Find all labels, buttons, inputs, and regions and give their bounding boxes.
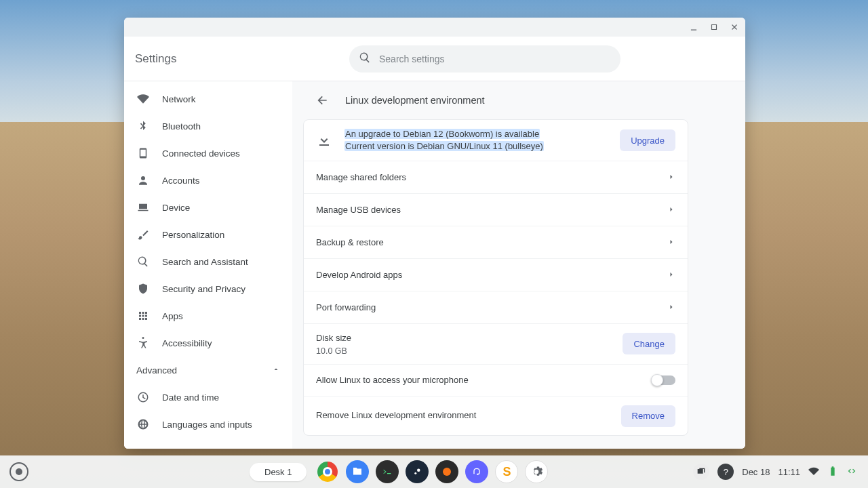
row-remove-linux: Remove Linux development environment Rem…	[304, 396, 688, 435]
sidebar-item-accounts[interactable]: Accounts	[124, 167, 292, 194]
sidebar-section-label: Advanced	[136, 365, 177, 375]
sidebar-item-label: Network	[162, 94, 196, 104]
tray-windows-icon[interactable]	[693, 464, 709, 480]
tray-wifi-icon[interactable]	[808, 466, 819, 479]
settings-app-icon[interactable]	[525, 460, 548, 483]
search-input[interactable]	[379, 54, 611, 64]
sidebar-item-label: Accessibility	[162, 338, 212, 348]
tray-help-icon[interactable]: ?	[717, 464, 734, 480]
disk-size-value: 10.0 GB	[316, 346, 351, 356]
page-title: Linux development environment	[345, 95, 485, 106]
tray-dev-icon[interactable]	[846, 466, 857, 479]
bluetooth-icon	[136, 119, 150, 133]
search-box[interactable]	[349, 45, 620, 73]
sidebar-item-label: Personalization	[162, 230, 224, 240]
steam-app-icon[interactable]	[406, 460, 429, 483]
clock-icon	[136, 390, 150, 404]
sidebar-item-label: Accounts	[162, 176, 200, 186]
person-icon	[136, 174, 150, 187]
chevron-up-icon	[272, 365, 280, 375]
upgrade-button[interactable]: Upgrade	[620, 129, 675, 151]
linux-settings-card: An upgrade to Debian 12 (Bookworm) is av…	[303, 119, 688, 436]
launcher-button[interactable]	[9, 462, 28, 481]
terminal-app-icon[interactable]	[376, 460, 399, 483]
maximize-button[interactable]	[707, 20, 721, 34]
row-shared-folders[interactable]: Manage shared folders	[304, 161, 688, 193]
sidebar-item-label: Security and Privacy	[162, 284, 245, 294]
search-nav-icon	[136, 255, 150, 268]
system-tray[interactable]: ? Dec 18 11:11	[693, 464, 863, 480]
download-icon	[316, 132, 332, 148]
globe-icon	[136, 418, 150, 431]
wifi-icon	[136, 92, 150, 106]
chevron-right-icon	[667, 171, 675, 184]
minimize-button[interactable]	[687, 20, 701, 34]
mastodon-app-icon[interactable]	[465, 460, 488, 483]
close-button[interactable]	[728, 20, 741, 34]
content-area: Linux development environment An upgrade…	[292, 81, 745, 449]
mic-toggle[interactable]	[652, 375, 675, 385]
shield-icon	[136, 282, 150, 296]
shelf-apps: S	[316, 460, 548, 483]
svg-point-2	[415, 472, 417, 474]
disk-size-label: Disk size	[316, 332, 351, 344]
row-microphone: Allow Linux to access your microphone	[304, 364, 688, 396]
settings-window: Settings Network Bluetooth Connected dev…	[124, 18, 745, 449]
row-usb-devices[interactable]: Manage USB devices	[304, 193, 688, 226]
sidebar-item-date-time[interactable]: Date and time	[124, 384, 292, 411]
sidebar-item-connected-devices[interactable]: Connected devices	[124, 140, 292, 167]
remove-button[interactable]: Remove	[621, 405, 675, 427]
svg-point-1	[417, 469, 420, 472]
chevron-right-icon	[667, 302, 675, 314]
sidebar-item-bluetooth[interactable]: Bluetooth	[124, 113, 292, 140]
mic-label: Allow Linux to access your microphone	[316, 374, 469, 386]
brush-icon	[136, 228, 150, 241]
row-disk-size: Disk size 10.0 GB Change	[304, 323, 688, 363]
page-header: Linux development environment	[303, 81, 688, 119]
sidebar-item-label: Date and time	[162, 392, 219, 403]
upgrade-text: An upgrade to Debian 12 (Bookworm) is av…	[344, 128, 544, 152]
settings-header: Settings	[124, 37, 745, 81]
row-develop-android[interactable]: Develop Android apps	[304, 258, 688, 291]
laptop-icon	[136, 201, 150, 214]
phone-icon	[136, 146, 150, 160]
tray-battery-icon[interactable]	[827, 466, 838, 479]
chevron-right-icon	[667, 237, 675, 249]
sidebar-item-security-privacy[interactable]: Security and Privacy	[124, 275, 292, 302]
shelf: Desk 1 S ? Dec 18 11:11	[0, 455, 868, 488]
svg-point-0	[413, 467, 422, 476]
remove-label: Remove Linux development environment	[316, 409, 476, 422]
sidebar-section-advanced[interactable]: Advanced	[124, 357, 292, 384]
chrome-app-icon[interactable]	[316, 460, 339, 483]
window-titlebar	[124, 18, 745, 37]
row-port-forwarding[interactable]: Port forwarding	[304, 291, 688, 323]
apps-icon	[136, 309, 150, 323]
sidebar-item-languages[interactable]: Languages and inputs	[124, 411, 292, 438]
chevron-right-icon	[667, 204, 675, 216]
app-icon-5[interactable]	[435, 460, 458, 483]
sidebar-item-search-assistant[interactable]: Search and Assistant	[124, 248, 292, 275]
sidebar-item-label: Apps	[162, 311, 183, 321]
search-icon	[359, 52, 371, 66]
sidebar: Network Bluetooth Connected devices Acco…	[124, 81, 292, 449]
sidebar-item-accessibility[interactable]: Accessibility	[124, 329, 292, 357]
sidebar-item-apps[interactable]: Apps	[124, 302, 292, 329]
back-button[interactable]	[311, 89, 333, 111]
sidebar-item-personalization[interactable]: Personalization	[124, 221, 292, 248]
tray-date: Dec 18	[742, 467, 770, 477]
sidebar-item-label: Bluetooth	[162, 121, 201, 131]
sidebar-item-label: Connected devices	[162, 148, 240, 159]
desk-indicator[interactable]: Desk 1	[250, 463, 307, 481]
row-backup-restore[interactable]: Backup & restore	[304, 226, 688, 258]
sidebar-item-label: Device	[162, 203, 190, 213]
sidebar-item-network[interactable]: Network	[124, 85, 292, 113]
files-app-icon[interactable]	[346, 460, 369, 483]
sidebar-item-label: Search and Assistant	[162, 257, 248, 267]
app-title: Settings	[135, 52, 349, 66]
change-disk-button[interactable]: Change	[623, 333, 675, 354]
svg-point-3	[443, 468, 451, 476]
sidebar-item-device[interactable]: Device	[124, 194, 292, 221]
app-icon-7[interactable]: S	[495, 460, 518, 483]
sidebar-item-label: Languages and inputs	[162, 420, 252, 430]
accessibility-icon	[136, 336, 150, 350]
